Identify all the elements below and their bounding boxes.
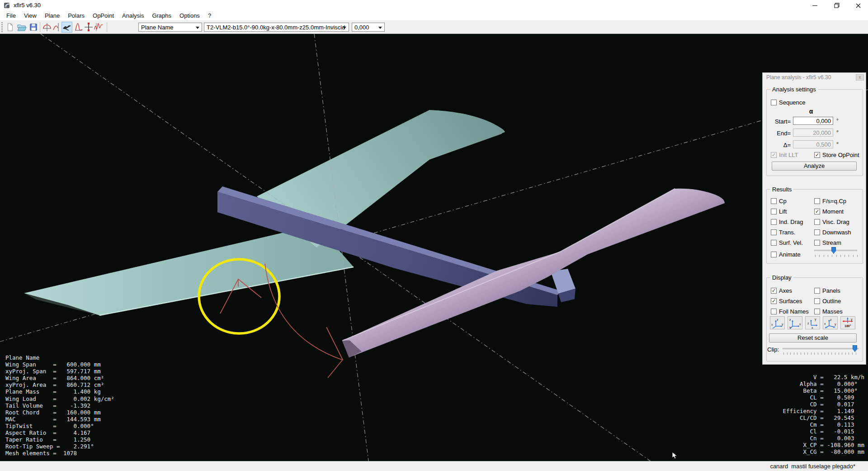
polar-selector[interactable]: T2-VLM2-b15.0°-90.0kg-x-80.0mm-z25.0mm-I… xyxy=(204,23,349,32)
checkbox-label: Downwash xyxy=(822,229,851,236)
dialog-close-button[interactable]: x xyxy=(856,74,864,81)
animate-checkbox[interactable]: Animate xyxy=(771,251,801,258)
analyze-button[interactable]: Analyze xyxy=(772,162,857,171)
view-xy-button[interactable]: yzx xyxy=(805,316,820,329)
cp-view-button[interactable] xyxy=(83,22,94,33)
group-label: Analysis settings xyxy=(770,86,818,93)
svg-text:z: z xyxy=(777,318,778,321)
visc-drag-checkbox[interactable]: Visc. Drag xyxy=(814,219,849,225)
restore-button[interactable] xyxy=(826,0,847,11)
wing-design-icon xyxy=(62,22,72,32)
foil-names-checkbox[interactable]: Foil Names xyxy=(771,308,809,315)
foil-polar-icon xyxy=(74,22,84,32)
rotate-180-button[interactable]: y 180° xyxy=(840,316,855,329)
status-text: canard mastil fuselage plegado* xyxy=(770,463,855,470)
fs-qcp-checkbox[interactable]: F/s=q.Cp xyxy=(814,198,846,205)
group-label: Results xyxy=(770,186,793,193)
menu-analysis[interactable]: Analysis xyxy=(118,11,148,20)
view-iso-button[interactable]: zxy xyxy=(823,316,838,329)
cp-checkbox[interactable]: Cp xyxy=(771,198,787,205)
degree-unit: ° xyxy=(836,129,839,136)
lift-checkbox[interactable]: Lift xyxy=(771,208,787,215)
statusbar: canard mastil fuselage plegado* xyxy=(0,461,868,471)
plane-info-text: Plane Name Wing Span = 600.000 mm xyProj… xyxy=(5,354,114,457)
delta-input[interactable] xyxy=(793,140,833,148)
direct-foil-design-button[interactable] xyxy=(42,22,52,33)
polar-selector-value: T2-VLM2-b15.0°-90.0kg-x-80.0mm-z25.0mm-I… xyxy=(207,24,345,31)
checkbox-label: Lift xyxy=(779,208,787,215)
downwash-checkbox[interactable]: Downwash xyxy=(814,229,851,236)
checkbox-box xyxy=(771,209,777,214)
close-button[interactable] xyxy=(848,0,868,11)
checkbox-box xyxy=(814,229,820,235)
checkbox-label: Init LLT xyxy=(779,152,798,158)
minimize-button[interactable] xyxy=(805,0,825,11)
menu-plane[interactable]: Plane xyxy=(41,11,64,20)
oscillation-button[interactable] xyxy=(93,22,104,33)
trans-checkbox[interactable]: Trans. xyxy=(771,229,795,236)
reset-scale-button[interactable]: Reset scale xyxy=(769,333,857,343)
cp-view-icon xyxy=(84,22,94,32)
store-oppoint-checkbox[interactable]: Store OpPoint xyxy=(814,152,859,158)
ind-drag-checkbox[interactable]: Ind. Drag xyxy=(771,219,803,225)
plane-selector[interactable]: Plane Name xyxy=(138,23,202,32)
checkbox-label: Panels xyxy=(822,287,840,294)
outline-checkbox[interactable]: Outline xyxy=(814,298,841,304)
surf-vel-checkbox[interactable]: Surf. Vel. xyxy=(771,239,803,246)
end-input[interactable] xyxy=(793,128,833,137)
panels-checkbox[interactable]: Panels xyxy=(814,287,840,294)
menu-polars[interactable]: Polars xyxy=(64,11,89,20)
view-xz-button[interactable]: zxy xyxy=(770,316,785,329)
viewport-background xyxy=(0,34,868,461)
menu-view[interactable]: View xyxy=(20,11,41,20)
new-file-icon xyxy=(5,23,14,32)
minimize-icon xyxy=(812,5,817,6)
sequence-checkbox[interactable]: Sequence xyxy=(771,99,806,106)
degree-unit: ° xyxy=(836,141,839,147)
plane-selector-value: Plane Name xyxy=(141,24,174,31)
checkbox-label: Outline xyxy=(822,298,841,304)
plane-analysis-dialog: Plane analysis - xflr5 v6.30 x Analysis … xyxy=(762,72,866,365)
moment-checkbox[interactable]: Moment xyxy=(814,208,844,215)
checkbox-box xyxy=(814,240,820,246)
checkbox-box xyxy=(771,229,777,235)
init-llt-checkbox[interactable]: Init LLT xyxy=(771,152,798,158)
new-project-button[interactable] xyxy=(5,22,15,33)
checkbox-box xyxy=(814,219,820,225)
menu-graphs[interactable]: Graphs xyxy=(148,11,175,20)
view-yz-button[interactable]: zyx xyxy=(788,316,802,329)
menu-oppoint[interactable]: OpPoint xyxy=(89,11,118,20)
checkbox-box xyxy=(771,100,777,105)
masses-checkbox[interactable]: Masses xyxy=(814,308,843,315)
axes-checkbox[interactable]: Axes xyxy=(771,287,792,294)
checkbox-label: Store OpPoint xyxy=(822,152,859,158)
group-label: Display xyxy=(770,274,793,281)
toolbar-separator xyxy=(40,22,40,32)
alpha-selector[interactable]: 0,000 xyxy=(352,23,385,32)
delta-label: Δ= xyxy=(765,142,791,148)
toolbar-grip[interactable] xyxy=(1,22,3,32)
alpha-selector-value: 0,000 xyxy=(354,24,369,31)
stream-checkbox[interactable]: Stream xyxy=(814,239,841,246)
start-input[interactable] xyxy=(793,117,833,125)
foil-polar-button[interactable] xyxy=(73,22,84,33)
menu-options[interactable]: Options xyxy=(175,11,204,20)
svg-text:y: y xyxy=(815,318,816,321)
inverse-foil-design-button[interactable] xyxy=(52,22,62,33)
svg-text:x: x xyxy=(824,322,826,325)
oscillation-icon xyxy=(94,22,104,32)
open-button[interactable] xyxy=(16,22,27,33)
save-button[interactable] xyxy=(28,22,39,33)
svg-text:y: y xyxy=(789,326,791,329)
surfaces-checkbox[interactable]: Surfaces xyxy=(771,298,802,304)
checkbox-box xyxy=(814,298,820,304)
wing-design-button[interactable] xyxy=(61,22,72,33)
clip-slider[interactable] xyxy=(783,348,859,349)
checkbox-label: Visc. Drag xyxy=(822,219,849,225)
slider-ticks xyxy=(815,255,858,257)
dialog-title: Plane analysis - xflr5 v6.30 xyxy=(766,74,831,81)
menu-help[interactable]: ? xyxy=(204,11,215,20)
svg-text:y: y xyxy=(851,318,853,321)
menu-file[interactable]: File xyxy=(2,11,20,20)
degree-unit: ° xyxy=(836,118,839,124)
